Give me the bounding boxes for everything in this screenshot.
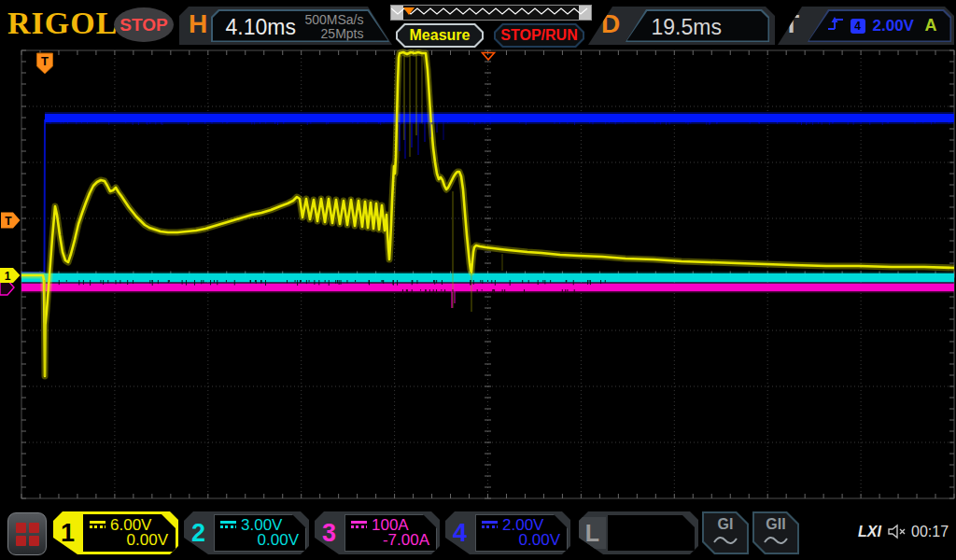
channel3-box[interactable]: 3 100A -7.00A — [315, 511, 440, 554]
menu-grid-icon — [16, 523, 39, 546]
channel1-offset: 0.00V — [127, 531, 168, 550]
lxi-indicator: LXI — [858, 524, 881, 540]
dc-coupling-icon — [90, 521, 105, 530]
dc-coupling-icon — [482, 521, 498, 530]
generator2-button[interactable]: GII — [752, 511, 799, 554]
svg-text:T: T — [41, 54, 49, 68]
channel4-box[interactable]: 4 2.00V 0.00V — [445, 511, 570, 554]
dc-coupling-icon — [351, 521, 367, 530]
svg-text:T: T — [5, 215, 12, 228]
sine-wave-icon — [711, 533, 739, 546]
channel4-offset: 0.00V — [519, 531, 560, 550]
scope-display: TT1 — [0, 0, 956, 560]
clock: 00:17 — [911, 524, 949, 540]
dc-coupling-icon — [220, 521, 236, 530]
generator1-label: GI — [704, 516, 747, 533]
generator2-label: GII — [754, 516, 797, 533]
generator1-button[interactable]: GI — [702, 511, 749, 554]
menu-button[interactable] — [7, 512, 47, 555]
channel1-box[interactable]: 1 6.00V 0.00V — [53, 511, 178, 554]
svg-text:1: 1 — [5, 270, 11, 283]
channel2-box[interactable]: 2 3.00V 0.00V — [184, 511, 309, 554]
oscilloscope-screen: RIGOL STOP H 4.10ms 500MSa/s 25Mpts Meas… — [0, 0, 956, 560]
sine-wave-icon — [762, 533, 790, 546]
channel2-offset: 0.00V — [258, 531, 299, 550]
speaker-muted-icon — [887, 524, 907, 539]
channel3-offset: -7.00A — [383, 531, 429, 550]
logic-channels-box[interactable]: L 0 1 2 3 4 5 6 7 8 9 1011 12131415 — [579, 511, 698, 554]
